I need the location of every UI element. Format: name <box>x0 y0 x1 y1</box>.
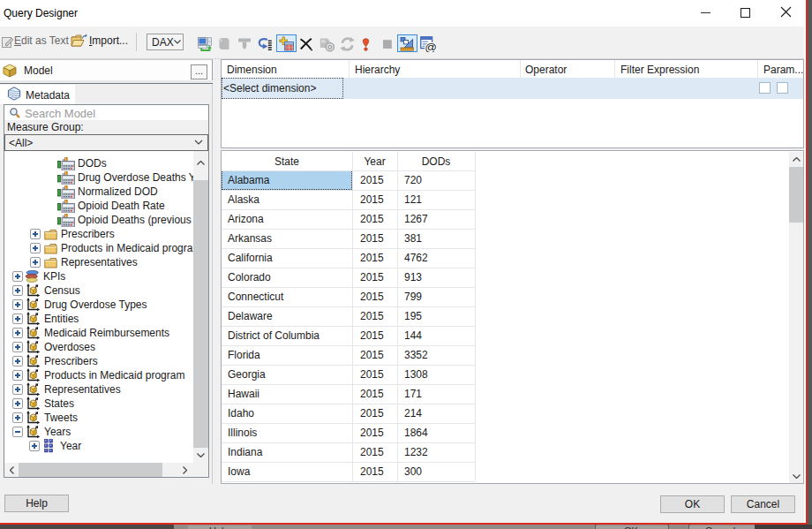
svg-text:@: @ <box>425 41 437 52</box>
